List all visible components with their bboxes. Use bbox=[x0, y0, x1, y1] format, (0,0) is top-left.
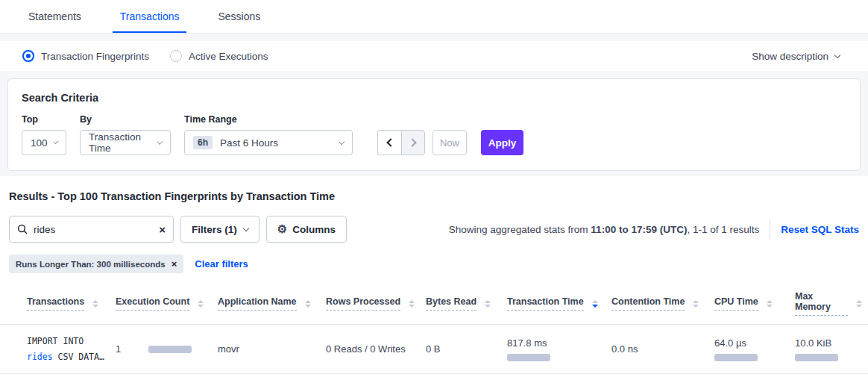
column-header-contention-time[interactable]: Contention Time bbox=[611, 296, 699, 311]
radio-active-executions[interactable] bbox=[170, 50, 182, 62]
radio-active-executions-label: Active Executions bbox=[189, 51, 268, 62]
cell-cpu-time: 64.0 µs bbox=[714, 325, 795, 374]
transaction-fingerprint-link[interactable]: rides bbox=[27, 352, 53, 362]
top-field: Top 100 bbox=[22, 114, 66, 155]
filter-tag: Runs Longer Than: 300 milliseconds × bbox=[9, 255, 183, 273]
by-select-value: Transaction Time bbox=[89, 131, 151, 154]
by-select[interactable]: Transaction Time bbox=[80, 130, 171, 155]
time-range-label: Time Range bbox=[184, 114, 353, 125]
sort-icon[interactable] bbox=[592, 300, 598, 308]
execution-count-bar bbox=[148, 346, 192, 353]
sort-icon[interactable] bbox=[856, 300, 862, 308]
show-description-toggle[interactable]: Show description bbox=[752, 51, 850, 62]
show-description-label: Show description bbox=[752, 51, 828, 62]
stats-text: Showing aggregated stats from 11:00 to 1… bbox=[449, 219, 859, 239]
tab-statements[interactable]: Statements bbox=[21, 1, 89, 33]
cell-rows-processed: 0 Reads / 0 Writes bbox=[326, 325, 426, 374]
top-select-value: 100 bbox=[31, 137, 48, 149]
results-table: Transactions Execution Count Application… bbox=[0, 283, 868, 374]
sort-icon[interactable] bbox=[767, 300, 773, 308]
clear-filters-link[interactable]: Clear filters bbox=[195, 258, 248, 269]
clear-search-icon[interactable]: × bbox=[159, 224, 166, 235]
active-filters-row: Runs Longer Than: 300 milliseconds × Cle… bbox=[0, 255, 868, 273]
search-icon bbox=[17, 224, 28, 234]
search-input[interactable] bbox=[34, 224, 159, 235]
remove-filter-icon[interactable]: × bbox=[172, 259, 177, 269]
chevron-left-icon bbox=[386, 138, 394, 146]
search-box: × bbox=[9, 216, 174, 243]
filters-button-label: Filters (1) bbox=[192, 224, 237, 235]
sort-icon[interactable] bbox=[198, 300, 204, 308]
columns-button-label: Columns bbox=[292, 224, 336, 235]
time-range-select[interactable]: 6h Past 6 Hours bbox=[184, 130, 353, 155]
now-button[interactable]: Now bbox=[433, 130, 467, 155]
sort-icon[interactable] bbox=[409, 300, 415, 308]
by-label: By bbox=[80, 114, 171, 125]
tab-transactions[interactable]: Transactions bbox=[113, 1, 187, 33]
prev-time-button[interactable] bbox=[377, 130, 401, 155]
transaction-statement-line2: CSV DATA… bbox=[53, 352, 104, 362]
chevron-right-icon bbox=[408, 138, 416, 146]
vertical-divider bbox=[770, 219, 770, 239]
top-select[interactable]: 100 bbox=[22, 130, 66, 155]
top-label: Top bbox=[22, 114, 66, 125]
sort-icon[interactable] bbox=[305, 300, 311, 308]
column-header-application-name[interactable]: Application Name bbox=[218, 296, 311, 311]
reset-sql-stats-link[interactable]: Reset SQL Stats bbox=[781, 224, 859, 235]
column-header-max-memory[interactable]: Max Memory bbox=[795, 291, 862, 316]
column-header-transactions[interactable]: Transactions bbox=[27, 296, 98, 311]
max-memory-value: 10.0 KiB bbox=[795, 337, 862, 349]
time-range-badge: 6h bbox=[193, 136, 213, 149]
results-heading: Results - Top 100 Transaction Fingerprin… bbox=[0, 190, 868, 202]
execution-count-value: 1 bbox=[116, 343, 121, 355]
chevron-down-icon bbox=[157, 139, 163, 145]
cell-contention-time: 0.0 ns bbox=[611, 325, 714, 374]
chevron-down-icon bbox=[243, 225, 249, 231]
table-header-row: Transactions Execution Count Application… bbox=[0, 283, 868, 325]
chevron-down-icon bbox=[339, 138, 345, 144]
column-header-execution-count[interactable]: Execution Count bbox=[116, 296, 204, 311]
view-toggle-row: Transaction Fingerprints Active Executio… bbox=[0, 41, 868, 71]
max-memory-bar bbox=[795, 354, 838, 361]
stats-suffix: , 1-1 of 1 results bbox=[687, 224, 759, 235]
stats-range: 11:00 to 17:59 (UTC) bbox=[591, 224, 687, 235]
cell-application-name: movr bbox=[218, 325, 326, 374]
time-range-value: Past 6 Hours bbox=[220, 137, 278, 149]
column-header-rows-processed[interactable]: Rows Processed bbox=[326, 296, 415, 311]
search-criteria-title: Search Criteria bbox=[22, 92, 846, 104]
time-range-field: Time Range 6h Past 6 Hours bbox=[184, 114, 353, 155]
column-header-cpu-time[interactable]: CPU Time bbox=[714, 296, 773, 311]
chevron-down-icon bbox=[53, 139, 58, 144]
search-criteria-card: Search Criteria Top 100 By Transaction T… bbox=[7, 78, 861, 171]
sort-icon[interactable] bbox=[485, 300, 491, 308]
cell-transaction-fingerprint: IMPORT INTO rides CSV DATA… bbox=[0, 325, 116, 374]
columns-button[interactable]: ⚙ Columns bbox=[266, 216, 347, 243]
cpu-time-value: 64.0 µs bbox=[714, 337, 789, 349]
column-header-bytes-read[interactable]: Bytes Read bbox=[426, 296, 491, 311]
stats-prefix: Showing aggregated stats from bbox=[449, 224, 591, 235]
chevron-down-icon bbox=[834, 52, 840, 57]
time-pager bbox=[377, 130, 425, 155]
results-section: Results - Top 100 Transaction Fingerprin… bbox=[0, 176, 868, 374]
sort-icon[interactable] bbox=[92, 300, 98, 308]
cell-max-memory: 10.0 KiB bbox=[795, 325, 868, 374]
filter-tag-label: Runs Longer Than: 300 milliseconds bbox=[16, 260, 166, 269]
results-toolbar: × Filters (1) ⚙ Columns Showing aggregat… bbox=[0, 216, 868, 243]
cell-bytes-read: 0 B bbox=[426, 325, 507, 374]
page-tabbar: Statements Transactions Sessions bbox=[0, 0, 868, 34]
transaction-statement-line1: IMPORT INTO bbox=[27, 334, 110, 349]
radio-transaction-fingerprints-label: Transaction Fingerprints bbox=[41, 51, 149, 62]
sort-icon[interactable] bbox=[693, 300, 699, 308]
apply-button[interactable]: Apply bbox=[481, 130, 523, 155]
radio-transaction-fingerprints[interactable] bbox=[22, 50, 34, 62]
column-header-transaction-time[interactable]: Transaction Time bbox=[507, 296, 598, 311]
tab-sessions[interactable]: Sessions bbox=[210, 1, 268, 33]
table-row: IMPORT INTO rides CSV DATA… 1 movr 0 Rea… bbox=[0, 325, 868, 374]
transaction-time-bar bbox=[507, 354, 550, 361]
gear-icon: ⚙ bbox=[277, 222, 287, 236]
filters-button[interactable]: Filters (1) bbox=[180, 216, 260, 243]
by-field: By Transaction Time bbox=[80, 114, 171, 155]
cpu-time-bar bbox=[714, 354, 758, 361]
next-time-button[interactable] bbox=[401, 130, 425, 155]
transaction-time-value: 817.8 ms bbox=[507, 337, 606, 349]
